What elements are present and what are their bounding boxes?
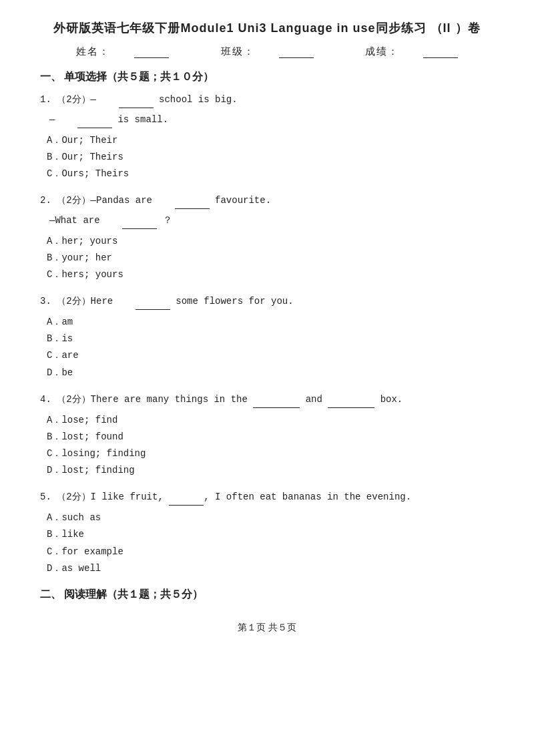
question-2: 2. （2分）—Pandas are favourite. —What are … <box>40 193 494 283</box>
page-title: 外研版英语七年级下册Module1 Uni3 Language in use同步… <box>40 20 494 36</box>
q4-option-c: C．losing; finding <box>47 445 494 462</box>
q4-option-d: D．lost; finding <box>47 462 494 479</box>
q5-option-c: C．for example <box>47 544 494 560</box>
info-line: 姓名： 班级： 成绩： <box>40 45 494 58</box>
question-3: 3. （2分）Here some flowers for you. A．am B… <box>40 294 494 381</box>
q1-stem1: 1. （2分）— school is big. <box>40 92 494 108</box>
q3-options: A．am B．is C．are D．be <box>47 314 494 381</box>
q3-option-d: D．be <box>47 365 494 381</box>
q2-option-c: C．hers; yours <box>47 266 494 283</box>
q3-option-a: A．am <box>47 314 494 331</box>
q4-option-a: A．lose; find <box>47 412 494 429</box>
q5-option-b: B．like <box>47 526 494 543</box>
q5-option-d: D．as well <box>47 560 494 577</box>
q4-stem1: 4. （2分）There are many things in the and … <box>40 392 494 408</box>
q1-stem2: — is small. <box>49 112 494 128</box>
page-footer: 第１页 共５页 <box>40 622 494 634</box>
q4-option-b: B．lost; found <box>47 429 494 445</box>
q3-stem1: 3. （2分）Here some flowers for you. <box>40 294 494 310</box>
question-1: 1. （2分）— school is big. — is small. A．Ou… <box>40 92 494 182</box>
q5-option-a: A．such as <box>47 510 494 526</box>
q1-option-b: B．Our; Theirs <box>47 149 494 166</box>
q4-options: A．lose; find B．lost; found C．losing; fin… <box>47 412 494 480</box>
q2-option-b: B．your; her <box>47 250 494 266</box>
name-label: 姓名： <box>64 46 185 57</box>
q2-stem2: —What are ？ <box>49 213 494 229</box>
question-5: 5. （2分）I like fruit, , I often eat banan… <box>40 490 494 577</box>
q2-stem1: 2. （2分）—Pandas are favourite. <box>40 193 494 209</box>
q5-options: A．such as B．like C．for example D．as well <box>47 510 494 577</box>
section1-title: 一、 单项选择（共５题；共１０分） <box>40 70 494 84</box>
q2-option-a: A．her; yours <box>47 233 494 250</box>
q1-option-c: C．Ours; Theirs <box>47 166 494 182</box>
q2-options: A．her; yours B．your; her C．hers; yours <box>47 233 494 284</box>
q1-options: A．Our; Their B．Our; Theirs C．Ours; Their… <box>47 132 494 183</box>
q1-option-a: A．Our; Their <box>47 132 494 149</box>
q3-option-c: C．are <box>47 347 494 364</box>
score-label: 成绩： <box>353 46 470 57</box>
q3-option-b: B．is <box>47 331 494 347</box>
section2-title: 二、 阅读理解（共１题；共５分） <box>40 588 494 602</box>
question-4: 4. （2分）There are many things in the and … <box>40 392 494 480</box>
q5-stem1: 5. （2分）I like fruit, , I often eat banan… <box>40 490 494 506</box>
page-info: 第１页 共５页 <box>238 622 296 632</box>
class-label: 班级： <box>209 46 330 57</box>
